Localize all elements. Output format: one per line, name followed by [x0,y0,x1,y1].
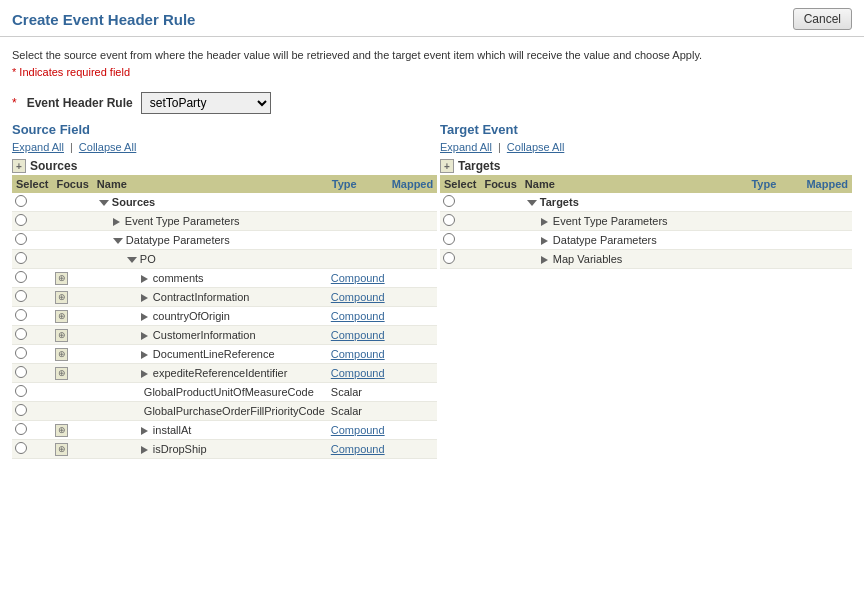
source-th-type: Type [328,175,388,193]
table-row: ⊕commentsCompound [12,269,437,288]
node-name-text: Map Variables [553,253,623,265]
play-right-icon [113,218,120,226]
focus-icon[interactable]: ⊕ [55,367,68,380]
table-row: PO [12,250,437,269]
cancel-button[interactable]: Cancel [793,8,852,30]
scalar-type-text: Scalar [331,386,362,398]
source-radio-9[interactable] [15,347,27,359]
target-th-mapped: Mapped [802,175,852,193]
target-radio-1[interactable] [443,195,455,207]
target-collapse-all[interactable]: Collapse All [507,141,564,153]
source-collapse-all[interactable]: Collapse All [79,141,136,153]
node-name-text: GlobalPurchaseOrderFillPriorityCode [144,405,325,417]
form-row: * Event Header Rule setToParty setToChil… [0,84,864,122]
page-header: Create Event Header Rule Cancel [0,0,864,37]
compound-type-link[interactable]: Compound [331,272,385,284]
mapped-cell [388,307,438,326]
source-radio-6[interactable] [15,290,27,302]
compound-type-link[interactable]: Compound [331,424,385,436]
node-name-text: GlobalProductUnitOfMeasureCode [144,386,314,398]
play-right-icon [141,427,148,435]
table-row: Map Variables [440,250,852,269]
source-root-label: Sources [30,159,77,173]
play-right-icon [141,313,148,321]
play-right-icon [541,256,548,264]
node-name-text: Event Type Parameters [125,215,240,227]
source-th-name: Name [93,175,328,193]
mapped-cell [388,440,438,459]
source-radio-4[interactable] [15,252,27,264]
compound-type-link[interactable]: Compound [331,310,385,322]
source-th-focus: Focus [52,175,92,193]
compound-type-link[interactable]: Compound [331,348,385,360]
focus-icon[interactable]: ⊕ [55,329,68,342]
table-row: Datatype Parameters [12,231,437,250]
node-name-text: ContractInformation [153,291,250,303]
source-radio-10[interactable] [15,366,27,378]
target-expand-all[interactable]: Expand All [440,141,492,153]
mapped-cell [388,193,438,212]
table-row: ⊕expediteReferenceIdentifierCompound [12,364,437,383]
table-row: ⊕isDropShipCompound [12,440,437,459]
source-radio-2[interactable] [15,214,27,226]
rule-select[interactable]: setToParty setToChild [141,92,271,114]
source-tree-table: Select Focus Name Type Mapped SourcesEve… [12,175,437,459]
node-name-text: comments [153,272,204,284]
source-radio-12[interactable] [15,404,27,416]
play-right-icon [541,218,548,226]
node-name-text: Datatype Parameters [553,234,657,246]
node-name-text: countryOfOrigin [153,310,230,322]
compound-type-link[interactable]: Compound [331,443,385,455]
target-th-select: Select [440,175,480,193]
focus-icon[interactable]: ⊕ [55,348,68,361]
source-expand-all[interactable]: Expand All [12,141,64,153]
folder-down-icon [99,200,109,206]
source-radio-7[interactable] [15,309,27,321]
page-title: Create Event Header Rule [12,11,195,28]
node-name-text: Event Type Parameters [553,215,668,227]
mapped-cell [388,269,438,288]
table-row: Event Type Parameters [440,212,852,231]
mapped-cell [388,383,438,402]
source-radio-3[interactable] [15,233,27,245]
table-row: GlobalPurchaseOrderFillPriorityCodeScala… [12,402,437,421]
source-table-header-row: Select Focus Name Type Mapped [12,175,437,193]
focus-icon[interactable]: ⊕ [55,310,68,323]
node-name-text: Datatype Parameters [126,234,230,246]
play-right-icon [141,294,148,302]
focus-icon[interactable]: ⊕ [55,291,68,304]
play-right-icon [141,370,148,378]
target-th-type: Type [747,175,802,193]
table-row: ⊕DocumentLineReferenceCompound [12,345,437,364]
source-radio-8[interactable] [15,328,27,340]
table-row: ⊕installAtCompound [12,421,437,440]
target-panel: Target Event Expand All | Collapse All +… [440,122,852,459]
target-root-expand-icon[interactable]: + [440,159,454,173]
source-radio-13[interactable] [15,423,27,435]
table-row: Datatype Parameters [440,231,852,250]
focus-icon[interactable]: ⊕ [55,272,68,285]
source-root-expand-icon[interactable]: + [12,159,26,173]
focus-icon[interactable]: ⊕ [55,424,68,437]
target-radio-3[interactable] [443,233,455,245]
source-radio-5[interactable] [15,271,27,283]
compound-type-link[interactable]: Compound [331,291,385,303]
target-radio-2[interactable] [443,214,455,226]
mapped-cell [388,288,438,307]
mapped-cell [802,250,852,269]
mapped-cell [388,345,438,364]
mapped-cell [388,402,438,421]
compound-type-link[interactable]: Compound [331,329,385,341]
source-panel: Source Field Expand All | Collapse All +… [12,122,424,459]
description-area: Select the source event from where the h… [0,37,864,84]
table-row: ⊕CustomerInformationCompound [12,326,437,345]
compound-type-link[interactable]: Compound [331,367,385,379]
required-note: * Indicates required field [12,64,852,81]
target-radio-4[interactable] [443,252,455,264]
source-radio-1[interactable] [15,195,27,207]
focus-icon[interactable]: ⊕ [55,443,68,456]
source-radio-14[interactable] [15,442,27,454]
table-row: Event Type Parameters [12,212,437,231]
target-th-name: Name [521,175,748,193]
source-radio-11[interactable] [15,385,27,397]
